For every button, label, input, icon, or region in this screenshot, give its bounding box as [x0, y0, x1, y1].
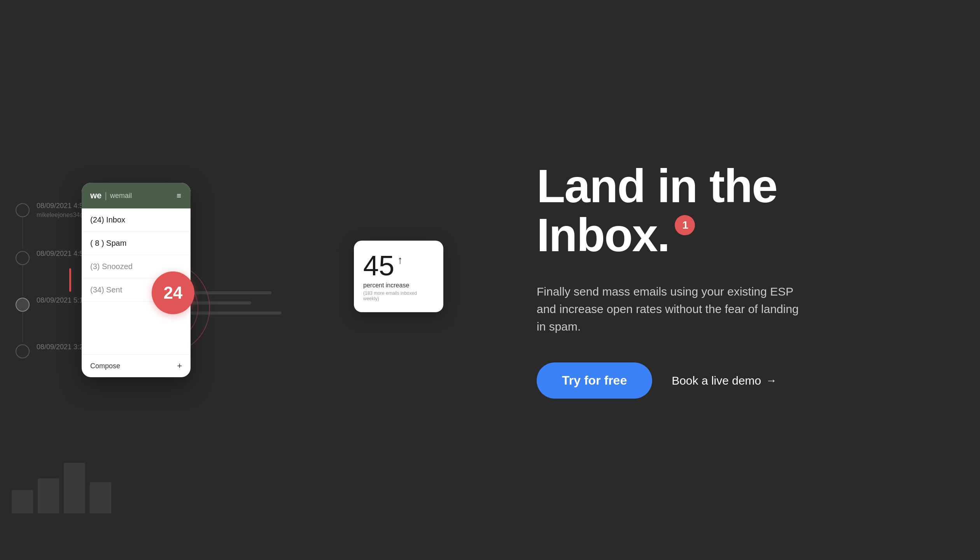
red-line-indicator: [69, 268, 71, 292]
activity-dot: [16, 203, 30, 217]
bar-3: [64, 463, 85, 513]
compose-text: Compose: [90, 362, 120, 370]
left-panel: 08/09/2021 4:53 PM mikeleejones34@gmail.…: [0, 0, 490, 560]
right-content: Land in the Inbox. 1 Finally send mass e…: [537, 161, 801, 399]
bar-4: [90, 482, 111, 513]
hamburger-icon: ≡: [177, 191, 182, 200]
page-container: 08/09/2021 4:53 PM mikeleejones34@gmail.…: [0, 0, 980, 560]
demo-arrow-icon: →: [766, 374, 777, 387]
right-panel: Land in the Inbox. 1 Finally send mass e…: [490, 0, 980, 560]
bar-2: [38, 478, 59, 513]
headline: Land in the Inbox. 1: [537, 161, 801, 259]
activity-dot: [16, 345, 30, 359]
headline-line2: Inbox. 1: [537, 210, 801, 259]
blur-bar-3: [191, 312, 282, 315]
menu-item-inbox[interactable]: (24) Inbox: [82, 208, 191, 232]
demo-link-text: Book a live demo: [672, 374, 761, 387]
activity-dot: [16, 251, 30, 265]
stats-label: percent increase: [363, 282, 434, 289]
stats-sublabel: (183 more emails inboxed weekly): [363, 290, 434, 301]
phone-header: we | wemail ≡: [82, 183, 191, 208]
headline-line1: Land in the: [537, 161, 801, 210]
stats-value: 45: [363, 252, 394, 280]
notification-badge: 1: [675, 215, 695, 235]
subheadline: Finally send mass emails using your exis…: [537, 283, 801, 335]
stats-card: 45 ↑ percent increase (183 more emails i…: [354, 241, 443, 312]
bar-chart: [12, 443, 111, 513]
stats-arrow-icon: ↑: [397, 255, 403, 266]
phone-logo: we | wemail: [90, 191, 132, 201]
blur-bars: [191, 291, 292, 315]
bar-1: [12, 490, 33, 513]
cta-row: Try for free Book a live demo →: [537, 362, 801, 399]
menu-item-spam[interactable]: ( 8 ) Spam: [82, 232, 191, 255]
logo-divider: |: [105, 191, 107, 201]
notification-badge-24: 24: [152, 271, 194, 314]
blur-bar-2: [191, 301, 251, 304]
headline-inbox: Inbox.: [537, 210, 669, 259]
logo-wemail: wemail: [110, 192, 132, 200]
try-for-free-button[interactable]: Try for free: [537, 362, 652, 399]
phone-compose: Compose +: [82, 354, 191, 377]
activity-dot-active: [16, 298, 30, 312]
blur-bar-1: [191, 291, 271, 294]
book-demo-link[interactable]: Book a live demo →: [672, 374, 777, 387]
stats-number: 45 ↑: [363, 252, 434, 280]
logo-we: we: [90, 191, 102, 201]
compose-plus-icon[interactable]: +: [177, 361, 182, 371]
